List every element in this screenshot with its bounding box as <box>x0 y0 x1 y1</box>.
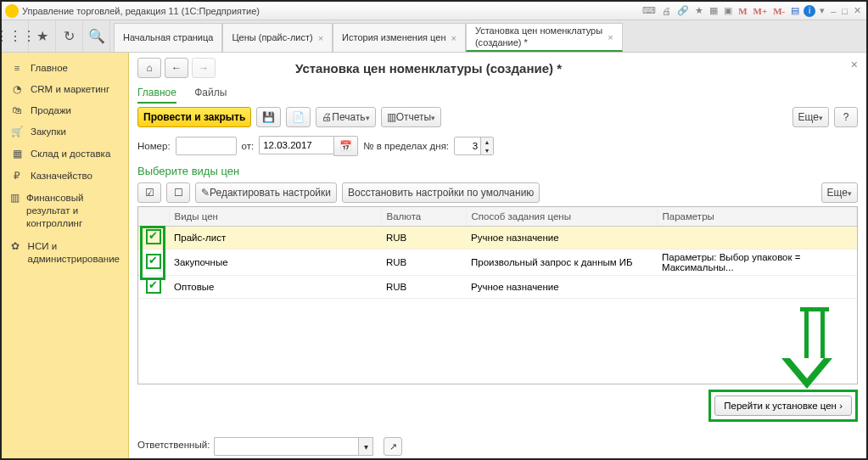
warehouse-icon: ▦ <box>10 148 24 160</box>
sidebar-item-purchases[interactable]: 🛒Закупки <box>2 121 128 143</box>
restore-defaults-button[interactable]: Восстановить настройки по умолчанию <box>342 182 540 203</box>
tab-history[interactable]: История изменения цен× <box>333 23 466 52</box>
combo-dropdown-icon[interactable]: ▾ <box>358 437 373 456</box>
m-icon[interactable]: M <box>736 6 748 16</box>
forward-button[interactable]: → <box>192 58 216 78</box>
responsible-input[interactable] <box>214 437 358 456</box>
page-title: Установка цен номенклатуры (создание) * <box>295 61 562 76</box>
sidebar-item-warehouse[interactable]: ▦Склад и доставка <box>2 143 128 165</box>
row-checkbox[interactable] <box>146 278 161 294</box>
dayno-input[interactable] <box>455 137 480 154</box>
print-button[interactable]: 🖨 Печать <box>316 107 375 127</box>
close-icon[interactable]: ✕ <box>852 5 863 16</box>
tab-start-page[interactable]: Начальная страница <box>114 23 222 52</box>
sales-icon: 🛍 <box>10 105 24 115</box>
sidebar-item-treasury[interactable]: ₽Казначейство <box>2 165 128 187</box>
row-checkbox[interactable] <box>146 229 161 244</box>
sidebar-item-finance[interactable]: ▥Финансовый результат и контроллинг <box>2 187 128 235</box>
save-button[interactable]: 💾 <box>256 107 281 127</box>
spinner-up-icon[interactable]: ▲ <box>481 137 493 146</box>
grid-more-button[interactable]: Еще <box>821 182 858 203</box>
section-title: Выберите виды цен <box>137 165 858 177</box>
window-system-buttons: ⌨ 🖨 🔗 ★ ▦ ▣ M M+ M- ▤ i ▾ – □ ✕ <box>641 5 863 17</box>
bottom-form: Ответственный: ▾ ↗ Комментарий: <box>137 437 858 458</box>
minimize-icon[interactable]: – <box>829 6 837 16</box>
open-ref-button[interactable]: ↗ <box>384 437 402 456</box>
tab-close-icon[interactable]: × <box>608 32 613 42</box>
back-button[interactable]: ← <box>165 58 188 78</box>
search-icon[interactable]: 🔍 <box>83 20 110 52</box>
chart-icon: ▥ <box>10 192 20 205</box>
table-row[interactable]: Прайс-лист RUB Ручное назначение <box>138 226 857 249</box>
window-settings-icon[interactable]: ▾ <box>818 5 826 16</box>
check-all-button[interactable]: ☑ <box>137 182 161 203</box>
from-label: от: <box>242 141 255 151</box>
dayno-spinner[interactable]: ▲▼ <box>454 137 494 155</box>
calendar-icon[interactable]: 📅 <box>333 136 358 156</box>
col-check[interactable] <box>138 207 169 226</box>
home-icon: ≡ <box>10 63 24 73</box>
post-and-close-button[interactable]: Провести и закрыть <box>137 107 251 127</box>
number-input[interactable] <box>176 137 237 155</box>
table-row[interactable]: Закупочные RUB Произвольный запрос к дан… <box>138 249 857 275</box>
gear-icon: ✿ <box>10 240 21 253</box>
tab-close-icon[interactable]: × <box>318 33 323 43</box>
top-strip: ⋮⋮⋮ ★ ↻ 🔍 Начальная страница Цены (прайс… <box>2 20 866 53</box>
col-method[interactable]: Способ задания цены <box>466 207 657 226</box>
sidebar-item-crm[interactable]: ◔CRM и маркетинг <box>2 78 128 100</box>
print-icon[interactable]: 🖨 <box>660 6 673 16</box>
money-icon: ₽ <box>10 170 24 182</box>
more-button[interactable]: Еще <box>792 107 829 127</box>
subtab-files[interactable]: Файлы <box>194 87 227 102</box>
col-params[interactable]: Параметры <box>657 207 857 226</box>
go-to-set-prices-button[interactable]: Перейти к установке цен › <box>714 395 852 416</box>
header-form-row: Номер: от: 📅 № в пределах дня: ▲▼ <box>137 136 858 156</box>
maximize-icon[interactable]: □ <box>840 6 849 16</box>
home-button[interactable]: ⌂ <box>137 58 161 78</box>
calc-icon[interactable]: ⌨ <box>641 5 658 16</box>
price-types-grid: Виды цен Валюта Способ задания цены Пара… <box>137 206 858 384</box>
link-icon[interactable]: 🔗 <box>675 5 691 16</box>
edit-settings-button[interactable]: ✎ Редактировать настройки <box>195 182 337 203</box>
tab-close-icon[interactable]: × <box>451 33 456 43</box>
sidebar-item-sales[interactable]: 🛍Продажи <box>2 100 128 121</box>
date-input[interactable] <box>259 136 333 154</box>
main-toolbar: Провести и закрыть 💾 📄 🖨 Печать ▥ Отчеты… <box>137 107 858 127</box>
page-close-icon[interactable]: × <box>851 58 858 71</box>
uncheck-all-button[interactable]: ☐ <box>166 182 190 203</box>
m-minus-icon[interactable]: M- <box>771 6 787 16</box>
window-title: Управление торговлей, редакция 11 (1С:Пр… <box>22 6 641 16</box>
menu-icon[interactable]: ⋮⋮⋮ <box>2 20 29 52</box>
row-checkbox[interactable] <box>146 254 161 269</box>
spinner-down-icon[interactable]: ▼ <box>481 146 493 154</box>
table-row[interactable]: Оптовые RUB Ручное назначение <box>138 275 857 298</box>
col-types[interactable]: Виды цен <box>169 207 381 226</box>
nav-sidebar: ≡Главное ◔CRM и маркетинг 🛍Продажи 🛒Заку… <box>2 53 129 458</box>
history-icon[interactable]: ↻ <box>56 20 83 52</box>
subtab-main[interactable]: Главное <box>137 87 176 104</box>
cart-icon: 🛒 <box>10 126 24 137</box>
app-tabs: Начальная страница Цены (прайс-лист)× Ис… <box>110 20 623 52</box>
sys-icon[interactable]: ▣ <box>722 5 734 16</box>
post-button[interactable]: 📄 <box>286 107 311 127</box>
help-button[interactable]: ? <box>834 107 858 127</box>
dayno-label: № в пределах дня: <box>363 141 449 151</box>
number-label: Номер: <box>137 141 171 151</box>
grid-toolbar: ☑ ☐ ✎ Редактировать настройки Восстанови… <box>137 182 858 203</box>
go-button-highlight: Перейти к установке цен › <box>708 390 858 422</box>
star-icon[interactable]: ★ <box>29 20 56 52</box>
responsible-label: Ответственный: <box>137 437 207 450</box>
tab-set-prices[interactable]: Установка цен номенклатуры (создание) *× <box>466 23 623 52</box>
info-icon[interactable]: i <box>804 5 815 17</box>
calendar-icon[interactable]: ▦ <box>708 5 720 16</box>
blue-icon[interactable]: ▤ <box>789 5 801 16</box>
col-currency[interactable]: Валюта <box>381 207 466 226</box>
sidebar-item-main[interactable]: ≡Главное <box>2 58 128 78</box>
m-plus-icon[interactable]: M+ <box>752 6 770 16</box>
app-icon <box>5 4 19 18</box>
sidebar-item-admin[interactable]: ✿НСИ и администрирование <box>2 235 128 271</box>
reports-button[interactable]: ▥ Отчеты <box>381 107 441 127</box>
crm-icon: ◔ <box>10 83 24 95</box>
tab-prices[interactable]: Цены (прайс-лист)× <box>222 23 333 52</box>
fav-icon[interactable]: ★ <box>693 5 705 16</box>
